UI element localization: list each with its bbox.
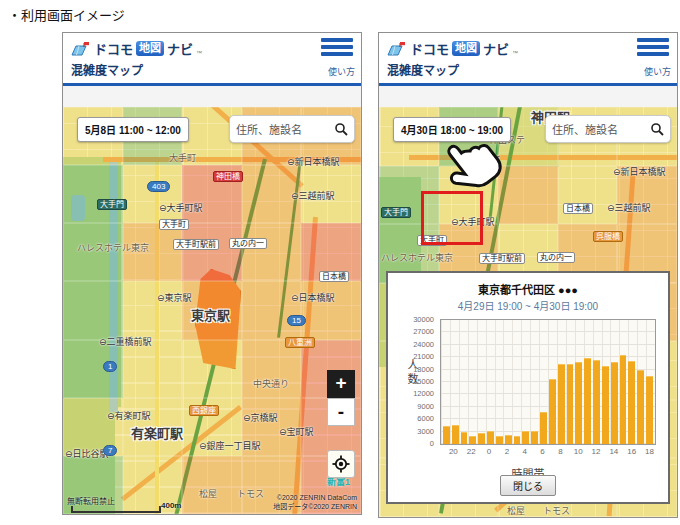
chart-bar	[461, 432, 468, 444]
map-label: 403	[147, 181, 170, 192]
app-logo: ドコモ 地図 ナビ ™	[71, 39, 202, 58]
chart-bar	[558, 364, 565, 444]
y-tick-label: 24000	[388, 340, 434, 349]
chart-bar	[646, 376, 653, 444]
map-label: 丸の内一	[537, 252, 575, 263]
map-label: 松屋	[507, 506, 525, 516]
chart-bar	[602, 366, 609, 444]
app-subtitle: 混雑度マップ	[71, 61, 143, 78]
chart-plot	[440, 319, 656, 445]
map-label: ⊖銀座一丁目駅	[199, 441, 261, 451]
map-label: ⊖東京駅	[157, 293, 192, 303]
chart-bar	[584, 358, 591, 444]
app-logo: ドコモ 地図 ナビ ™	[387, 39, 518, 58]
map-label: 大手町	[159, 219, 189, 230]
y-tick-label: 30000	[388, 315, 434, 324]
map-label: 大手町	[169, 153, 196, 163]
chart-bar	[540, 412, 547, 444]
hamburger-bar	[637, 45, 669, 49]
chart-bar	[478, 433, 485, 444]
map-labels-layer: 大手町⊖新日本橋駅神田橋403⊖三越前駅大手門⊖大手町駅大手町大手町駅前丸の内一…	[63, 107, 361, 514]
y-tick-label: 9000	[388, 402, 434, 411]
search-input[interactable]: 住所、施設名	[229, 115, 355, 143]
map-label: ⊖新日本橋駅	[613, 167, 666, 177]
search-icon	[650, 122, 664, 136]
y-tick-label: 6000	[388, 414, 434, 423]
gps-target-icon	[332, 455, 350, 473]
chart-title: 東京都千代田区 ●●●	[388, 281, 668, 297]
map-label: ⊖京橋駅	[243, 413, 278, 423]
search-input[interactable]: 住所、施設名	[545, 115, 671, 143]
search-placeholder: 住所、施設名	[552, 121, 646, 137]
y-tick-label: 12000	[388, 389, 434, 398]
map-label: ⊖三越前駅	[291, 191, 335, 201]
map-logo-icon	[387, 41, 407, 57]
help-link[interactable]: 使い方	[328, 65, 355, 78]
brand-tm: ™	[512, 50, 518, 56]
copyright-notice: 無断転用禁止	[67, 495, 115, 506]
map-label: 新富1	[327, 477, 350, 487]
chart-bar	[496, 436, 503, 444]
hamburger-bar	[637, 52, 669, 56]
hamburger-bar	[321, 38, 353, 42]
page: ・利用画面イメージ ドコモ 地図 ナビ ™ 混雑度マップ	[0, 0, 680, 525]
chart-bar	[620, 355, 627, 444]
app-header: ドコモ 地図 ナビ ™ 混雑度マップ 使い方	[63, 33, 361, 83]
zoom-out-button[interactable]: -	[327, 398, 355, 426]
chart-bar	[443, 426, 450, 444]
map-label: ⊖日本橋駅	[291, 293, 335, 303]
map-canvas[interactable]: 大手町⊖新日本橋駅神田橋403⊖三越前駅大手門⊖大手町駅大手町大手町駅前丸の内一…	[63, 107, 361, 514]
map-canvas[interactable]: 神田駅神田ステ大手町⊖新日本橋駅日本橋⊖三越前駅大手門⊖大手町駅呉服橋大手町ハレ…	[379, 107, 677, 517]
chart-bar	[575, 362, 582, 444]
population-chart-panel: 東京都千代田区 ●●● 4月29日 19:00 ~ 4月30日 19:00 30…	[386, 271, 670, 504]
map-label: 有楽町駅	[131, 427, 183, 442]
zoom-in-button[interactable]: +	[327, 370, 355, 398]
brand-text-post: ナビ	[483, 39, 509, 58]
chart-bar	[611, 362, 618, 444]
map-label: 15	[287, 315, 306, 326]
datetime-range-badge[interactable]: 5月8日 11:00 ~ 12:00	[77, 117, 189, 142]
map-label: 呉服橋	[593, 231, 623, 242]
y-axis-title: 人数	[404, 359, 420, 387]
brand-text-pre: ドコモ	[94, 39, 133, 58]
chart-bar	[593, 360, 600, 444]
map-label: 八重洲	[285, 337, 315, 348]
map-label: 西銀座	[189, 405, 219, 416]
brand-tm: ™	[196, 50, 202, 56]
app-subtitle: 混雑度マップ	[387, 61, 459, 78]
help-link[interactable]: 使い方	[644, 65, 671, 78]
y-tick-label: 27000	[388, 327, 434, 336]
map-label: 丸の内一	[229, 238, 267, 249]
map-label: ハレスホテル東京	[381, 253, 453, 263]
hamburger-bar	[321, 45, 353, 49]
app-header: ドコモ 地図 ナビ ™ 混雑度マップ 使い方	[379, 33, 677, 83]
attribution-line: 地図データ©2020 ZENRIN	[273, 502, 357, 511]
map-label: トモス	[543, 506, 570, 516]
chart-bar	[487, 431, 494, 444]
hamburger-menu-icon[interactable]	[321, 38, 353, 59]
hamburger-menu-icon[interactable]	[637, 38, 669, 59]
chart-bar	[514, 436, 521, 444]
close-button[interactable]: 閉じる	[500, 475, 556, 496]
chart-bar	[505, 435, 512, 444]
chart-bar	[549, 379, 556, 444]
map-attribution: ©2020 ZENRIN DataCom 地図データ©2020 ZENRIN	[273, 493, 357, 511]
phone-screenshot-left: ドコモ 地図 ナビ ™ 混雑度マップ 使い方	[62, 32, 362, 515]
chart-bar	[522, 431, 529, 444]
map-label: ⊖大手町駅	[159, 203, 203, 213]
map-label: 7	[103, 445, 117, 456]
map-label: 日本橋	[563, 203, 593, 214]
header-substrip	[379, 86, 677, 108]
y-tick-label: 0	[388, 439, 434, 448]
current-location-button[interactable]	[327, 450, 355, 478]
map-label: 大手町駅前	[173, 239, 219, 250]
map-label: 日本橋	[319, 271, 349, 282]
brand-text-pre: ドコモ	[410, 39, 449, 58]
map-scale-bar	[71, 506, 161, 513]
map-label: ⊖新日本橋駅	[287, 157, 340, 167]
map-label: 大手門	[97, 199, 127, 210]
map-label: ハレスホテル東京	[77, 243, 149, 253]
map-label: ⊖日比谷駅	[65, 449, 109, 459]
chart-bar	[452, 425, 459, 444]
x-tick-label: 18	[640, 447, 660, 456]
